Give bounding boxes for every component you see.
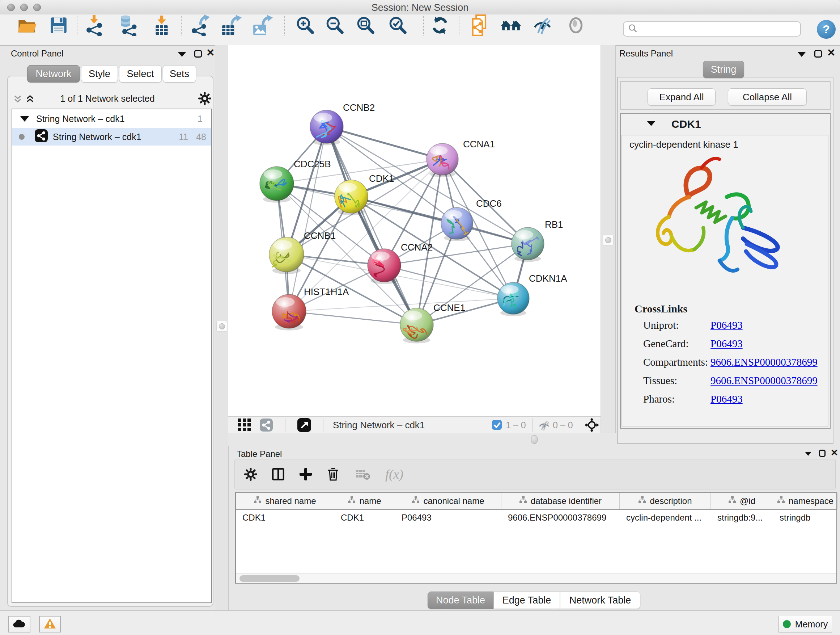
network-share-view-icon[interactable] (260, 418, 273, 433)
tab-select[interactable]: Select (119, 65, 162, 82)
selected-checkbox-icon[interactable] (492, 420, 502, 431)
table-cell[interactable]: P06493 (395, 510, 501, 526)
export-image-button[interactable] (251, 14, 273, 36)
hidden-eye-slash-icon[interactable] (538, 420, 550, 432)
gene-collapse-caret-icon[interactable] (647, 121, 655, 126)
network-node[interactable] (512, 227, 544, 262)
network-node[interactable] (272, 295, 306, 331)
network-node[interactable] (260, 166, 294, 203)
table-horizontal-scrollbar[interactable] (236, 573, 836, 583)
network-node[interactable] (441, 207, 473, 241)
results-panel-float-icon[interactable] (814, 50, 822, 57)
left-splitter-handle[interactable] (216, 321, 227, 332)
table-cell[interactable]: 9606.ENSP00000378699 (501, 510, 620, 526)
import-network-database-button[interactable] (117, 14, 139, 36)
control-panel-close-icon[interactable]: ✕ (206, 49, 215, 57)
tab-style[interactable]: Style (81, 65, 118, 82)
show-columns-icon[interactable] (267, 459, 290, 489)
left-splitter[interactable] (215, 45, 229, 610)
table-row[interactable]: CDK1CDK1P064939606.ENSP00000378699cyclin… (236, 510, 836, 526)
column-header[interactable]: canonical name (395, 493, 501, 509)
right-splitter-handle[interactable] (603, 234, 614, 245)
crosslink-link[interactable]: P06493 (711, 338, 743, 350)
table-cell[interactable]: stringdb:9... (711, 510, 773, 526)
table-panel-close-icon[interactable]: ✕ (831, 448, 838, 456)
table-cell[interactable]: CDK1 (334, 510, 395, 526)
tab-network[interactable]: Network (27, 65, 80, 82)
results-panel-menu-icon[interactable] (798, 52, 806, 57)
network-edge[interactable] (384, 265, 513, 298)
table-panel-float-icon[interactable] (819, 450, 826, 457)
cloud-button[interactable] (8, 616, 30, 632)
network-node[interactable] (426, 143, 458, 177)
collection-caret-icon[interactable] (20, 116, 29, 122)
right-splitter[interactable] (600, 45, 616, 446)
table-cell[interactable]: CDK1 (236, 510, 334, 526)
tab-node-table[interactable]: Node Table (428, 592, 493, 609)
search-icon (628, 24, 638, 35)
import-table-button[interactable] (151, 14, 172, 36)
export-image-icon (252, 15, 273, 36)
tab-edge-table[interactable]: Edge Table (493, 592, 560, 609)
delete-column-trash-icon[interactable] (322, 459, 345, 489)
network-row-selected[interactable]: String Network – cdk1 11 48 (12, 128, 211, 146)
zoom-in-button[interactable] (294, 14, 316, 36)
crosslink-link[interactable]: 9606.ENSP00000378699 (711, 356, 818, 368)
zoom-fit-button[interactable] (355, 14, 377, 36)
network-node[interactable] (269, 237, 304, 274)
network-canvas[interactable]: CCNB2CCNA1CDC25BCDK1CDC6RB1CCNB1CCNA2CDK… (228, 45, 600, 416)
network-svg[interactable]: CCNB2CCNA1CDC25BCDK1CDC6RB1CCNB1CCNA2CDK… (228, 45, 600, 416)
tab-sets[interactable]: Sets (163, 65, 196, 82)
grid-view-icon[interactable] (238, 418, 251, 433)
table-gear-icon[interactable] (239, 459, 262, 489)
column-header[interactable]: namespace (773, 493, 838, 509)
network-collection-row[interactable]: String Network – cdk1 1 (12, 110, 211, 127)
crosslink-link[interactable]: P06493 (711, 319, 743, 331)
save-session-button[interactable] (48, 14, 69, 36)
network-node[interactable] (400, 308, 433, 344)
tab-string[interactable]: String (703, 61, 744, 78)
column-header[interactable]: @id (711, 493, 773, 509)
zoom-selected-button[interactable] (387, 14, 409, 36)
import-network-button[interactable] (83, 14, 105, 36)
column-header[interactable]: shared name (236, 493, 334, 509)
network-node[interactable] (497, 282, 529, 316)
export-table-button[interactable] (220, 14, 242, 36)
birds-eye-crosshair-icon[interactable] (584, 418, 599, 434)
column-header[interactable]: description (620, 493, 711, 509)
open-in-window-icon[interactable] (297, 418, 311, 433)
network-node[interactable] (335, 180, 368, 215)
network-edge[interactable] (289, 311, 417, 325)
search-input[interactable] (623, 21, 801, 36)
collapse-all-button[interactable]: Collapse All (728, 88, 807, 106)
gene-header-row[interactable]: CDK1 (621, 114, 830, 135)
warning-button[interactable] (39, 616, 61, 632)
zoom-out-button[interactable] (324, 14, 346, 36)
crosslink-link[interactable]: P06493 (711, 393, 743, 405)
network-edge[interactable] (327, 127, 442, 159)
control-panel-menu-icon[interactable] (178, 52, 186, 57)
tab-network-table[interactable]: Network Table (560, 592, 640, 609)
export-network-button[interactable] (189, 14, 211, 36)
memory-button[interactable]: Memory (778, 616, 832, 632)
table-panel-menu-icon[interactable] (805, 452, 812, 456)
table-cell[interactable]: cyclin-dependent ... (620, 510, 711, 526)
open-session-button[interactable] (16, 14, 38, 36)
node-gloss (264, 169, 283, 179)
network-options-gear-icon[interactable] (198, 92, 211, 106)
horizontal-splitter-handle[interactable] (531, 435, 538, 444)
control-panel-float-icon[interactable] (194, 50, 202, 57)
export-table-icon (221, 15, 242, 36)
expand-all-button[interactable]: Expand All (647, 88, 715, 106)
help-button[interactable]: ? (817, 20, 836, 39)
add-column-icon[interactable] (294, 459, 317, 489)
floppy-disk-icon (49, 16, 68, 35)
crosslink-link[interactable]: 9606.ENSP00000378699 (711, 375, 818, 386)
results-panel-close-icon[interactable]: ✕ (827, 49, 835, 57)
network-share-icon (35, 129, 48, 144)
column-header[interactable]: name (334, 493, 395, 509)
column-header[interactable]: database identifier (501, 493, 620, 509)
scrollbar-thumb[interactable] (240, 575, 300, 582)
network-edge[interactable] (289, 127, 327, 311)
table-cell[interactable]: stringdb (773, 510, 838, 526)
